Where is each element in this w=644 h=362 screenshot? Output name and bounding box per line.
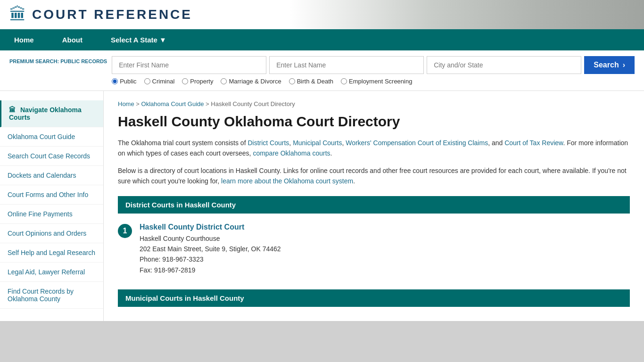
- sidebar-item-find-court-records[interactable]: Find Court Records by Oklahoma County: [0, 282, 103, 309]
- nav-link-select-state[interactable]: Select A State ▼: [97, 29, 181, 50]
- sidebar-item-legal-aid-label: Legal Aid, Lawyer Referral: [8, 268, 85, 276]
- radio-employment-screening[interactable]: Employment Screening: [341, 78, 412, 85]
- workers-comp-link[interactable]: Workers' Compensation Court of Existing …: [346, 139, 488, 147]
- intro-paragraph-1: The Oklahoma trial court system consists…: [118, 138, 630, 159]
- nav-item-select-state[interactable]: Select A State ▼: [97, 29, 181, 50]
- breadcrumb: Home > Oklahoma Court Guide > Haskell Co…: [118, 100, 630, 107]
- search-bar: PREMIUM SEARCH: PUBLIC RECORDS Search › …: [0, 50, 644, 91]
- search-fields-row: Search ›: [112, 56, 635, 74]
- sidebar-item-search-label: Search Court Case Records: [8, 152, 90, 160]
- radio-birth-death-input[interactable]: [289, 78, 295, 84]
- main-wrapper: 🏛 Navigate Oklahoma Courts Oklahoma Cour…: [0, 91, 644, 321]
- radio-property[interactable]: Property: [182, 78, 213, 85]
- site-name: COURT REFERENCE: [32, 7, 192, 22]
- court-address-1: 202 East Main Street, Suite 9, Stigler, …: [140, 244, 281, 254]
- sidebar-item-search-court-case-records[interactable]: Search Court Case Records: [0, 147, 103, 166]
- nav-list: Home About Select A State ▼: [0, 29, 644, 50]
- radio-employment-screening-label: Employment Screening: [349, 78, 412, 85]
- learn-more-link[interactable]: learn more about the Oklahoma court syst…: [221, 177, 353, 185]
- breadcrumb-current: Haskell County Court Directory: [211, 100, 295, 107]
- court-number-1: 1: [118, 224, 132, 238]
- header-background: [290, 0, 644, 29]
- main-content: Home > Oklahoma Court Guide > Haskell Co…: [104, 91, 644, 321]
- sidebar-item-self-help[interactable]: Self Help and Legal Research: [0, 243, 103, 263]
- sidebar-item-navigate-oklahoma-courts[interactable]: 🏛 Navigate Oklahoma Courts: [0, 100, 103, 127]
- sidebar-item-opinions-label: Court Opinions and Orders: [8, 230, 86, 237]
- court-phone-1: Phone: 918-967-3323: [140, 254, 281, 264]
- radio-public-label: Public: [120, 78, 136, 85]
- search-button-label: Search: [594, 61, 619, 69]
- page-title: Haskell County Oklahoma Court Directory: [118, 113, 630, 130]
- compare-courts-link[interactable]: compare Oklahoma courts: [253, 149, 330, 157]
- breadcrumb-home[interactable]: Home: [118, 100, 134, 107]
- court-name-1[interactable]: Haskell County District Court: [140, 223, 281, 231]
- court-entry-1: 1 Haskell County District Court Haskell …: [118, 218, 630, 280]
- intro-paragraph-2: Below is a directory of court locations …: [118, 165, 630, 187]
- radio-public[interactable]: Public: [112, 78, 136, 85]
- sidebar-item-dockets-label: Dockets and Calendars: [8, 172, 76, 179]
- radio-criminal[interactable]: Criminal: [144, 78, 175, 85]
- search-inputs-container: Search › Public Criminal Property Marria…: [112, 56, 635, 85]
- first-name-input[interactable]: [112, 56, 266, 74]
- radio-criminal-input[interactable]: [144, 78, 150, 84]
- last-name-input[interactable]: [269, 56, 424, 74]
- nav-link-home[interactable]: Home: [0, 29, 48, 50]
- sidebar-item-court-opinions[interactable]: Court Opinions and Orders: [0, 224, 103, 243]
- sidebar-item-online-fine-payments[interactable]: Online Fine Payments: [0, 205, 103, 224]
- sidebar-item-oklahoma-court-guide[interactable]: Oklahoma Court Guide: [0, 127, 103, 147]
- district-courts-header: District Courts in Haskell County: [118, 196, 630, 214]
- premium-label: PREMIUM SEARCH: PUBLIC RECORDS: [9, 56, 107, 65]
- radio-marriage-divorce-label: Marriage & Divorce: [229, 78, 281, 85]
- city-input[interactable]: [427, 56, 581, 74]
- logo-icon: 🏛: [9, 5, 26, 25]
- sidebar-item-payments-label: Online Fine Payments: [8, 210, 73, 218]
- search-button[interactable]: Search ›: [584, 56, 635, 74]
- court-name-link-1[interactable]: Haskell County District Court: [140, 223, 244, 231]
- district-courts-link[interactable]: District Courts: [248, 139, 289, 147]
- breadcrumb-guide[interactable]: Oklahoma Court Guide: [141, 100, 204, 107]
- municipal-courts-link[interactable]: Municipal Courts: [293, 139, 342, 147]
- court-info-1: Haskell County District Court Haskell Co…: [140, 223, 281, 276]
- radio-birth-death[interactable]: Birth & Death: [289, 78, 333, 85]
- radio-public-input[interactable]: [112, 78, 118, 84]
- sidebar-item-guide-label: Oklahoma Court Guide: [8, 133, 75, 140]
- nav-item-home[interactable]: Home: [0, 29, 48, 50]
- radio-employment-screening-input[interactable]: [341, 78, 347, 84]
- record-type-radio-group: Public Criminal Property Marriage & Divo…: [112, 78, 635, 85]
- sidebar-item-self-help-label: Self Help and Legal Research: [8, 249, 95, 256]
- sidebar-item-forms-label: Court Forms and Other Info: [8, 191, 88, 198]
- municipal-courts-header: Municipal Courts in Haskell County: [118, 289, 630, 307]
- radio-birth-death-label: Birth & Death: [297, 78, 333, 85]
- breadcrumb-separator-1: >: [136, 100, 141, 107]
- radio-property-label: Property: [190, 78, 213, 85]
- radio-marriage-divorce[interactable]: Marriage & Divorce: [221, 78, 281, 85]
- sidebar-item-legal-aid[interactable]: Legal Aid, Lawyer Referral: [0, 263, 103, 282]
- tax-review-link[interactable]: Court of Tax Review: [504, 139, 563, 147]
- breadcrumb-separator-2: >: [206, 100, 211, 107]
- site-header: 🏛 COURT REFERENCE: [0, 0, 644, 29]
- radio-criminal-label: Criminal: [152, 78, 175, 85]
- main-nav: Home About Select A State ▼: [0, 29, 644, 50]
- radio-property-input[interactable]: [182, 78, 188, 84]
- radio-marriage-divorce-input[interactable]: [221, 78, 227, 84]
- sidebar-item-navigate-label: Navigate Oklahoma Courts: [9, 106, 82, 121]
- sidebar: 🏛 Navigate Oklahoma Courts Oklahoma Cour…: [0, 91, 104, 321]
- court-fax-1: Fax: 918-967-2819: [140, 265, 281, 275]
- courthouse-icon: 🏛: [9, 106, 16, 114]
- search-arrow-icon: ›: [623, 61, 625, 69]
- nav-item-about[interactable]: About: [48, 29, 97, 50]
- sidebar-item-dockets-and-calendars[interactable]: Dockets and Calendars: [0, 166, 103, 185]
- logo[interactable]: 🏛 COURT REFERENCE: [9, 5, 192, 25]
- nav-link-about[interactable]: About: [48, 29, 97, 50]
- sidebar-item-find-records-label: Find Court Records by Oklahoma County: [8, 288, 74, 303]
- court-building-1: Haskell County Courthouse: [140, 233, 281, 244]
- sidebar-item-court-forms[interactable]: Court Forms and Other Info: [0, 185, 103, 205]
